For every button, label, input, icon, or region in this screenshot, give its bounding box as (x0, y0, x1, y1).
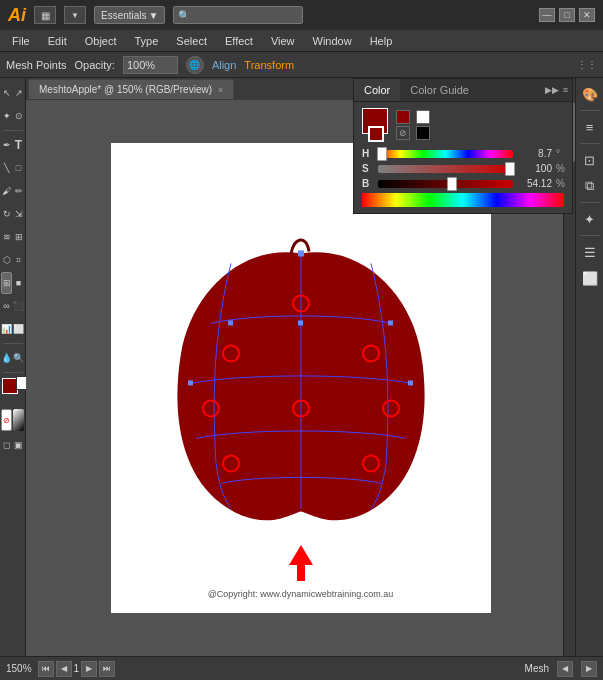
artboards-panel-btn[interactable]: ⬜ (578, 266, 602, 290)
saturation-slider[interactable] (378, 165, 513, 173)
opacity-input[interactable] (123, 56, 178, 74)
transform-link[interactable]: Transform (244, 59, 294, 71)
menu-object[interactable]: Object (77, 31, 125, 51)
fill-gradient-btn[interactable] (13, 409, 24, 431)
pen-tool[interactable]: ✒ (1, 134, 12, 156)
nav-next-btn[interactable]: ▶ (81, 661, 97, 677)
menu-view[interactable]: View (263, 31, 303, 51)
nav-prev-btn[interactable]: ◀ (56, 661, 72, 677)
none-swatch[interactable]: ⊘ (1, 409, 12, 431)
screen-mode-btn[interactable]: ▣ (13, 434, 24, 456)
saturation-row: S 100 % (362, 163, 564, 174)
zoom-tool[interactable]: 🔍 (13, 347, 24, 369)
panel-toggle-icon[interactable]: ▦ (34, 6, 56, 24)
mesh-tool active[interactable]: ⊞ (1, 272, 12, 294)
stroke-panel-btn[interactable]: ≡ (578, 115, 602, 139)
options-bar: Mesh Points Opacity: 🌐 Align Transform ⋮… (0, 52, 603, 78)
hue-slider[interactable] (378, 150, 513, 158)
no-color-swatch[interactable]: ⊘ (396, 126, 410, 140)
essentials-button[interactable]: Essentials ▼ (94, 6, 165, 24)
rect-tool[interactable]: □ (13, 157, 24, 179)
page-number: 1 (74, 663, 80, 674)
blend-tool[interactable]: ∞ (1, 295, 12, 317)
status-right: Mesh ◀ ▶ (525, 661, 597, 677)
live-paint-tool[interactable]: ⬛ (13, 295, 24, 317)
pathfinder-panel-btn[interactable]: ✦ (578, 207, 602, 231)
alt-fill[interactable] (396, 110, 410, 124)
menu-edit[interactable]: Edit (40, 31, 75, 51)
s-label: S (362, 163, 374, 174)
menu-file[interactable]: File (4, 31, 38, 51)
column-graph-tool[interactable]: 📊 (1, 318, 12, 340)
color-guide-tab[interactable]: Color Guide (400, 79, 479, 101)
panel-collapse-icon[interactable]: ▶▶ (545, 85, 559, 95)
gradient-tool[interactable]: ■ (13, 272, 24, 294)
tab-close-btn[interactable]: × (218, 85, 223, 95)
shape-builder-tool[interactable]: ⬡ (1, 249, 12, 271)
menu-help[interactable]: Help (362, 31, 401, 51)
close-button[interactable]: ✕ (579, 8, 595, 22)
maximize-button[interactable]: □ (559, 8, 575, 22)
status-nav-prev[interactable]: ◀ (557, 661, 573, 677)
lasso-tool[interactable]: ⊙ (13, 105, 24, 127)
align-link[interactable]: Align (212, 59, 236, 71)
eyedropper-tool[interactable]: 💧 (1, 347, 12, 369)
fill-mode-btn[interactable]: ◻ (1, 434, 12, 456)
transform-panel-btn[interactable]: ⧉ (578, 174, 602, 198)
stroke-swatch[interactable] (368, 126, 384, 142)
pencil-tool[interactable]: ✏ (13, 180, 24, 202)
saturation-thumb[interactable] (505, 162, 515, 176)
apple-svg (151, 223, 451, 543)
globe-icon[interactable]: 🌐 (186, 56, 204, 74)
line-tool[interactable]: ╲ (1, 157, 12, 179)
rotate-tool[interactable]: ↻ (1, 203, 12, 225)
left-toolbar: ↖ ↗ ✦ ⊙ ✒ T ╲ □ 🖌 ✏ ↻ ⇲ ≋ ⊞ ⬡ ⌗ (0, 78, 26, 656)
paintbrush-tool[interactable]: 🖌 (1, 180, 12, 202)
ctrl-point-5[interactable] (408, 380, 413, 385)
ctrl-point-2[interactable] (298, 320, 303, 325)
white-swatch[interactable] (416, 110, 430, 124)
panel-options-icon[interactable]: ⋮⋮ (577, 59, 597, 70)
brightness-thumb[interactable] (447, 177, 457, 191)
nav-last-btn[interactable]: ⏭ (99, 661, 115, 677)
layers-panel-btn[interactable]: ☰ (578, 240, 602, 264)
color-panel-btn[interactable]: 🎨 (578, 82, 602, 106)
color-tab[interactable]: Color (354, 79, 400, 101)
magic-wand-tool[interactable]: ✦ (1, 105, 12, 127)
hue-thumb[interactable] (377, 147, 387, 161)
free-transform-tool[interactable]: ⊞ (13, 226, 24, 248)
ctrl-point-top[interactable] (298, 250, 304, 256)
ctrl-point-3[interactable] (388, 320, 393, 325)
color-panel-body: ⊘ H 8.7 ° S 100 % B (354, 102, 572, 213)
color-preview-row: ⊘ (362, 108, 564, 142)
search-bar[interactable]: 🔍 (173, 6, 303, 24)
brightness-slider[interactable] (378, 180, 513, 188)
align-panel-btn[interactable]: ⊡ (578, 148, 602, 172)
status-bar: 150% ⏮ ◀ 1 ▶ ⏭ Mesh ◀ ▶ (0, 656, 603, 680)
status-nav-next[interactable]: ▶ (581, 661, 597, 677)
direct-select-tool[interactable]: ↗ (13, 82, 24, 104)
minimize-button[interactable]: — (539, 8, 555, 22)
menu-select[interactable]: Select (168, 31, 215, 51)
ctrl-point-4[interactable] (188, 380, 193, 385)
ctrl-point-1[interactable] (228, 320, 233, 325)
menu-window[interactable]: Window (305, 31, 360, 51)
select-tool[interactable]: ↖ (1, 82, 12, 104)
perspective-tool[interactable]: ⌗ (13, 249, 24, 271)
color-spectrum[interactable] (362, 193, 564, 207)
document-tab[interactable]: MeshtoApple* @ 150% (RGB/Preview) × (28, 79, 234, 99)
apple-container (151, 223, 451, 545)
panel-menu-icon[interactable]: ≡ (563, 85, 568, 95)
panel-tab-bar: Color Color Guide ▶▶ ≡ (354, 79, 572, 102)
menu-effect[interactable]: Effect (217, 31, 261, 51)
warp-tool[interactable]: ≋ (1, 226, 12, 248)
artboard-tool[interactable]: ⬜ (13, 318, 24, 340)
h-unit: ° (556, 148, 564, 159)
opacity-label: Opacity: (75, 59, 115, 71)
view-dropdown[interactable]: ▼ (64, 6, 86, 24)
menu-type[interactable]: Type (127, 31, 167, 51)
black-swatch[interactable] (416, 126, 430, 140)
scale-tool[interactable]: ⇲ (13, 203, 24, 225)
nav-first-btn[interactable]: ⏮ (38, 661, 54, 677)
type-tool[interactable]: T (13, 134, 24, 156)
